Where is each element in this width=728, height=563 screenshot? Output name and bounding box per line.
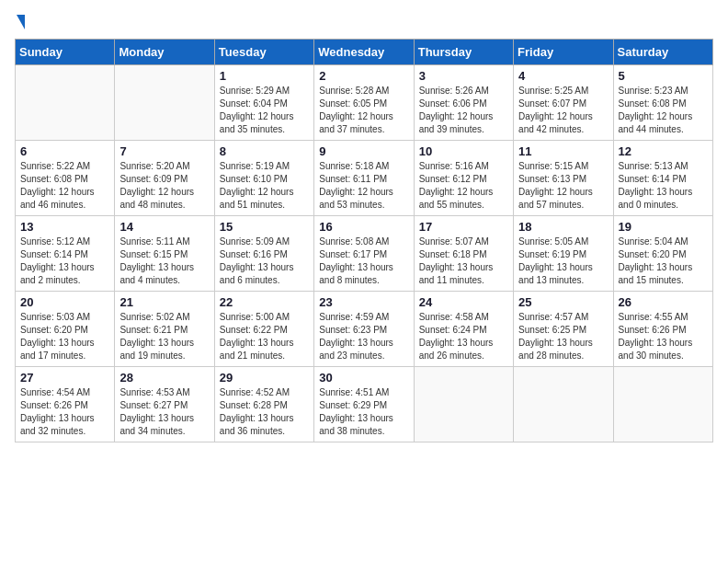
calendar-cell: 23Sunrise: 4:59 AM Sunset: 6:23 PM Dayli… bbox=[314, 292, 414, 367]
calendar-cell: 16Sunrise: 5:08 AM Sunset: 6:17 PM Dayli… bbox=[314, 216, 414, 292]
cell-info: Sunrise: 5:26 AM Sunset: 6:06 PM Dayligh… bbox=[419, 85, 508, 136]
cell-info: Sunrise: 5:16 AM Sunset: 6:12 PM Dayligh… bbox=[419, 160, 508, 212]
day-number: 22 bbox=[220, 295, 309, 309]
cell-info: Sunrise: 5:08 AM Sunset: 6:17 PM Dayligh… bbox=[319, 236, 408, 287]
day-number: 11 bbox=[518, 144, 608, 158]
calendar-cell: 26Sunrise: 4:55 AM Sunset: 6:26 PM Dayli… bbox=[613, 292, 712, 367]
cell-info: Sunrise: 4:59 AM Sunset: 6:23 PM Dayligh… bbox=[319, 311, 408, 362]
day-number: 14 bbox=[119, 220, 209, 234]
calendar-cell: 18Sunrise: 5:05 AM Sunset: 6:19 PM Dayli… bbox=[514, 216, 613, 292]
cell-info: Sunrise: 5:07 AM Sunset: 6:18 PM Dayligh… bbox=[419, 236, 508, 287]
logo-triangle-icon bbox=[17, 15, 25, 29]
calendar-cell: 5Sunrise: 5:23 AM Sunset: 6:08 PM Daylig… bbox=[613, 65, 712, 141]
calendar-week-3: 13Sunrise: 5:12 AM Sunset: 6:14 PM Dayli… bbox=[16, 216, 713, 292]
day-number: 12 bbox=[619, 144, 708, 158]
day-number: 20 bbox=[20, 295, 109, 309]
calendar-cell: 3Sunrise: 5:26 AM Sunset: 6:06 PM Daylig… bbox=[414, 65, 513, 141]
day-number: 10 bbox=[419, 144, 508, 158]
day-number: 7 bbox=[119, 144, 209, 158]
day-number: 4 bbox=[518, 69, 608, 83]
weekday-header-wednesday: Wednesday bbox=[314, 40, 414, 65]
cell-info: Sunrise: 5:29 AM Sunset: 6:04 PM Dayligh… bbox=[220, 85, 309, 136]
weekday-header-monday: Monday bbox=[115, 40, 214, 65]
day-number: 6 bbox=[20, 144, 109, 158]
cell-info: Sunrise: 5:11 AM Sunset: 6:15 PM Dayligh… bbox=[119, 236, 209, 287]
day-number: 2 bbox=[319, 69, 408, 83]
calendar-week-2: 6Sunrise: 5:22 AM Sunset: 6:08 PM Daylig… bbox=[16, 141, 713, 216]
cell-info: Sunrise: 4:53 AM Sunset: 6:27 PM Dayligh… bbox=[119, 386, 209, 438]
cell-info: Sunrise: 5:13 AM Sunset: 6:14 PM Dayligh… bbox=[619, 160, 708, 212]
calendar-week-5: 27Sunrise: 4:54 AM Sunset: 6:26 PM Dayli… bbox=[16, 367, 713, 442]
calendar: SundayMondayTuesdayWednesdayThursdayFrid… bbox=[15, 39, 713, 442]
calendar-cell: 6Sunrise: 5:22 AM Sunset: 6:08 PM Daylig… bbox=[16, 141, 115, 216]
calendar-cell: 4Sunrise: 5:25 AM Sunset: 6:07 PM Daylig… bbox=[514, 65, 613, 141]
calendar-cell: 1Sunrise: 5:29 AM Sunset: 6:04 PM Daylig… bbox=[214, 65, 313, 141]
calendar-week-4: 20Sunrise: 5:03 AM Sunset: 6:20 PM Dayli… bbox=[16, 292, 713, 367]
calendar-week-1: 1Sunrise: 5:29 AM Sunset: 6:04 PM Daylig… bbox=[16, 65, 713, 141]
calendar-cell: 14Sunrise: 5:11 AM Sunset: 6:15 PM Dayli… bbox=[115, 216, 214, 292]
day-number: 16 bbox=[319, 220, 408, 234]
calendar-cell: 25Sunrise: 4:57 AM Sunset: 6:25 PM Dayli… bbox=[514, 292, 613, 367]
cell-info: Sunrise: 5:22 AM Sunset: 6:08 PM Dayligh… bbox=[20, 160, 109, 212]
calendar-cell: 22Sunrise: 5:00 AM Sunset: 6:22 PM Dayli… bbox=[214, 292, 313, 367]
day-number: 17 bbox=[419, 220, 508, 234]
calendar-cell bbox=[514, 367, 613, 442]
calendar-cell: 11Sunrise: 5:15 AM Sunset: 6:13 PM Dayli… bbox=[514, 141, 613, 216]
calendar-cell: 28Sunrise: 4:53 AM Sunset: 6:27 PM Dayli… bbox=[115, 367, 214, 442]
calendar-cell: 2Sunrise: 5:28 AM Sunset: 6:05 PM Daylig… bbox=[314, 65, 414, 141]
calendar-header: SundayMondayTuesdayWednesdayThursdayFrid… bbox=[16, 40, 713, 65]
weekday-header-friday: Friday bbox=[514, 40, 613, 65]
cell-info: Sunrise: 5:00 AM Sunset: 6:22 PM Dayligh… bbox=[220, 311, 309, 362]
calendar-cell bbox=[16, 65, 115, 141]
calendar-cell: 19Sunrise: 5:04 AM Sunset: 6:20 PM Dayli… bbox=[613, 216, 712, 292]
calendar-cell bbox=[414, 367, 513, 442]
cell-info: Sunrise: 4:58 AM Sunset: 6:24 PM Dayligh… bbox=[419, 311, 508, 362]
calendar-cell bbox=[115, 65, 214, 141]
calendar-cell: 29Sunrise: 4:52 AM Sunset: 6:28 PM Dayli… bbox=[214, 367, 313, 442]
cell-info: Sunrise: 5:19 AM Sunset: 6:10 PM Dayligh… bbox=[220, 160, 309, 212]
cell-info: Sunrise: 5:09 AM Sunset: 6:16 PM Dayligh… bbox=[220, 236, 309, 287]
day-number: 30 bbox=[319, 371, 408, 385]
calendar-cell: 8Sunrise: 5:19 AM Sunset: 6:10 PM Daylig… bbox=[214, 141, 313, 216]
cell-info: Sunrise: 4:55 AM Sunset: 6:26 PM Dayligh… bbox=[619, 311, 708, 362]
day-number: 1 bbox=[220, 69, 309, 83]
cell-info: Sunrise: 5:20 AM Sunset: 6:09 PM Dayligh… bbox=[119, 160, 209, 212]
day-number: 19 bbox=[619, 220, 708, 234]
calendar-cell: 13Sunrise: 5:12 AM Sunset: 6:14 PM Dayli… bbox=[16, 216, 115, 292]
cell-info: Sunrise: 5:28 AM Sunset: 6:05 PM Dayligh… bbox=[319, 85, 408, 136]
day-number: 26 bbox=[619, 295, 708, 309]
day-number: 28 bbox=[119, 371, 209, 385]
cell-info: Sunrise: 5:12 AM Sunset: 6:14 PM Dayligh… bbox=[20, 236, 109, 287]
calendar-cell: 20Sunrise: 5:03 AM Sunset: 6:20 PM Dayli… bbox=[16, 292, 115, 367]
cell-info: Sunrise: 4:51 AM Sunset: 6:29 PM Dayligh… bbox=[319, 386, 408, 438]
calendar-cell: 10Sunrise: 5:16 AM Sunset: 6:12 PM Dayli… bbox=[414, 141, 513, 216]
day-number: 3 bbox=[419, 69, 508, 83]
calendar-cell: 9Sunrise: 5:18 AM Sunset: 6:11 PM Daylig… bbox=[314, 141, 414, 216]
day-number: 13 bbox=[20, 220, 109, 234]
cell-info: Sunrise: 5:02 AM Sunset: 6:21 PM Dayligh… bbox=[119, 311, 209, 362]
cell-info: Sunrise: 4:57 AM Sunset: 6:25 PM Dayligh… bbox=[518, 311, 608, 362]
logo bbox=[15, 15, 25, 28]
day-number: 21 bbox=[119, 295, 209, 309]
cell-info: Sunrise: 5:23 AM Sunset: 6:08 PM Dayligh… bbox=[619, 85, 708, 136]
calendar-cell: 15Sunrise: 5:09 AM Sunset: 6:16 PM Dayli… bbox=[214, 216, 313, 292]
weekday-header-saturday: Saturday bbox=[613, 40, 712, 65]
day-number: 18 bbox=[518, 220, 608, 234]
day-number: 29 bbox=[220, 371, 309, 385]
day-number: 5 bbox=[619, 69, 708, 83]
cell-info: Sunrise: 5:04 AM Sunset: 6:20 PM Dayligh… bbox=[619, 236, 708, 287]
header bbox=[15, 15, 713, 28]
cell-info: Sunrise: 5:25 AM Sunset: 6:07 PM Dayligh… bbox=[518, 85, 608, 136]
calendar-cell: 7Sunrise: 5:20 AM Sunset: 6:09 PM Daylig… bbox=[115, 141, 214, 216]
day-number: 8 bbox=[220, 144, 309, 158]
day-number: 27 bbox=[20, 371, 109, 385]
day-number: 23 bbox=[319, 295, 408, 309]
day-number: 25 bbox=[518, 295, 608, 309]
calendar-cell: 30Sunrise: 4:51 AM Sunset: 6:29 PM Dayli… bbox=[314, 367, 414, 442]
calendar-cell: 27Sunrise: 4:54 AM Sunset: 6:26 PM Dayli… bbox=[16, 367, 115, 442]
cell-info: Sunrise: 5:05 AM Sunset: 6:19 PM Dayligh… bbox=[518, 236, 608, 287]
day-number: 15 bbox=[220, 220, 309, 234]
calendar-cell bbox=[613, 367, 712, 442]
day-number: 9 bbox=[319, 144, 408, 158]
calendar-cell: 21Sunrise: 5:02 AM Sunset: 6:21 PM Dayli… bbox=[115, 292, 214, 367]
